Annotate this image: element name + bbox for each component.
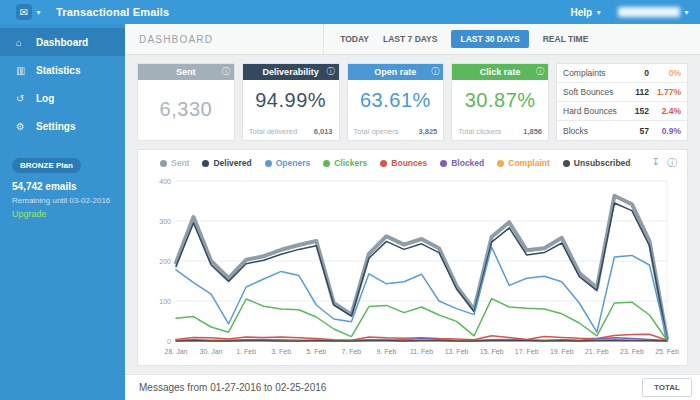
svg-text:3. Feb: 3. Feb bbox=[271, 348, 291, 355]
app-window: ✉ ▼ Transactional Emails Help ▼ ▼ ⌂Dashb… bbox=[0, 0, 700, 400]
legend-item-unsubscribed[interactable]: Unsubscribed bbox=[563, 158, 631, 168]
legend-label: Sent bbox=[171, 158, 189, 168]
legend-label: Delivered bbox=[213, 158, 251, 168]
info-icon[interactable]: ⓘ bbox=[327, 66, 335, 77]
svg-text:15. Feb: 15. Feb bbox=[480, 348, 504, 355]
stat-card-click-rate: Click rateⓘ30.87%Total clickers1,856 bbox=[451, 63, 549, 141]
bounce-row-soft-bounces[interactable]: Soft Bounces1121.77% bbox=[557, 83, 687, 102]
bounce-row-label: Hard Bounces bbox=[563, 106, 623, 116]
bounce-row-count: 112 bbox=[623, 87, 649, 97]
bounce-row-label: Complaints bbox=[563, 68, 623, 78]
stat-card-footer-value: 6,013 bbox=[314, 127, 333, 136]
help-label: Help bbox=[570, 7, 592, 18]
bounce-row-label: Soft Bounces bbox=[563, 87, 623, 97]
chart-legend: SentDeliveredOpenersClickersBouncesBlock… bbox=[146, 155, 679, 171]
legend-item-blocked[interactable]: Blocked bbox=[440, 158, 484, 168]
statistics-icon: ▥ bbox=[16, 65, 36, 76]
log-icon: ↺ bbox=[16, 93, 36, 104]
sidebar-item-dashboard[interactable]: ⌂Dashboard bbox=[0, 28, 125, 56]
svg-text:28. Jan: 28. Jan bbox=[165, 348, 188, 355]
stat-card-footer-value: 3,825 bbox=[418, 127, 437, 136]
svg-text:17. Feb: 17. Feb bbox=[515, 348, 539, 355]
stat-card-label: Deliverability bbox=[263, 67, 319, 77]
chart-panel: SentDeliveredOpenersClickersBouncesBlock… bbox=[137, 149, 688, 366]
bounce-row-count: 57 bbox=[623, 126, 649, 136]
legend-item-delivered[interactable]: Delivered bbox=[202, 158, 251, 168]
info-icon[interactable]: ⓘ bbox=[222, 66, 230, 77]
legend-item-bounces[interactable]: Bounces bbox=[380, 158, 427, 168]
legend-label: Complaint bbox=[508, 158, 550, 168]
svg-text:300: 300 bbox=[159, 218, 171, 225]
stat-card-label: Click rate bbox=[480, 67, 521, 77]
stat-card-footer-label: Total openers bbox=[354, 127, 399, 136]
legend-label: Unsubscribed bbox=[574, 158, 631, 168]
stat-card-value: 63.61% bbox=[348, 89, 444, 112]
stat-card-sent: Sentⓘ6,330 bbox=[137, 63, 235, 141]
legend-item-complaint[interactable]: Complaint bbox=[497, 158, 550, 168]
sidebar-item-label: Log bbox=[36, 93, 54, 104]
chevron-down-icon: ▼ bbox=[683, 9, 690, 16]
svg-text:1. Feb: 1. Feb bbox=[236, 348, 256, 355]
legend-item-sent[interactable]: Sent bbox=[160, 158, 189, 168]
stat-card-label: Sent bbox=[176, 67, 196, 77]
stat-cards-row: Sentⓘ6,330Deliverabilityⓘ94.99%Total del… bbox=[137, 63, 688, 141]
info-icon[interactable]: ⓘ bbox=[667, 156, 677, 170]
sidebar-item-log[interactable]: ↺Log bbox=[0, 84, 125, 112]
legend-label: Clickers bbox=[334, 158, 367, 168]
bounces-panel: Complaints00%Soft Bounces1121.77%Hard Bo… bbox=[556, 63, 688, 141]
upgrade-link[interactable]: Upgrade bbox=[12, 209, 113, 219]
sidebar-item-settings[interactable]: ⚙Settings bbox=[0, 112, 125, 140]
stat-card-header: Open rateⓘ bbox=[348, 64, 444, 80]
legend-item-clickers[interactable]: Clickers bbox=[323, 158, 367, 168]
sidebar-item-label: Statistics bbox=[36, 65, 80, 76]
info-icon[interactable]: ⓘ bbox=[431, 66, 439, 77]
tab-last-30-days[interactable]: LAST 30 DAYS bbox=[451, 30, 528, 48]
legend-label: Bounces bbox=[391, 158, 427, 168]
svg-text:7. Feb: 7. Feb bbox=[341, 348, 361, 355]
stat-card-label: Open rate bbox=[374, 67, 416, 77]
messages-range-label: Messages from 01-27-2016 to 02-25-2016 bbox=[139, 382, 326, 393]
stat-card-deliverability: Deliverabilityⓘ94.99%Total delivered6,01… bbox=[242, 63, 340, 141]
bounce-row-label: Blocks bbox=[563, 126, 623, 136]
tab-today[interactable]: TODAY bbox=[340, 34, 369, 44]
legend-dot bbox=[380, 160, 387, 167]
legend-label: Blocked bbox=[451, 158, 484, 168]
user-name-redacted bbox=[618, 7, 680, 17]
stat-card-footer: Total openers3,825 bbox=[354, 127, 438, 136]
svg-text:21. Feb: 21. Feb bbox=[585, 348, 609, 355]
stat-card-footer-label: Total delivered bbox=[249, 127, 297, 136]
svg-text:5. Feb: 5. Feb bbox=[306, 348, 326, 355]
svg-text:30. Jan: 30. Jan bbox=[200, 348, 223, 355]
total-button[interactable]: TOTAL bbox=[642, 378, 692, 397]
bounce-row-hard-bounces[interactable]: Hard Bounces1522.4% bbox=[557, 102, 687, 121]
bounce-row-percent: 0.9% bbox=[649, 126, 681, 136]
bounce-row-count: 152 bbox=[623, 106, 649, 116]
stat-card-value: 6,330 bbox=[138, 98, 234, 121]
legend-dot bbox=[265, 160, 272, 167]
svg-text:400: 400 bbox=[159, 178, 171, 185]
sidebar-nav: ⌂Dashboard▥Statistics↺Log⚙Settings bbox=[0, 24, 125, 140]
svg-text:0: 0 bbox=[167, 338, 171, 345]
svg-text:11. Feb: 11. Feb bbox=[410, 348, 433, 355]
tab-real-time[interactable]: REAL TIME bbox=[543, 34, 589, 44]
bounce-row-blocks[interactable]: Blocks570.9% bbox=[557, 121, 687, 140]
tab-last-7-days[interactable]: LAST 7 DAYS bbox=[383, 34, 437, 44]
user-menu[interactable]: ▼ bbox=[618, 7, 690, 17]
stat-card-header: Sentⓘ bbox=[138, 64, 234, 80]
sidebar-item-statistics[interactable]: ▥Statistics bbox=[0, 56, 125, 84]
svg-text:25. Feb: 25. Feb bbox=[655, 348, 679, 355]
subheader: DASHBOARD TODAYLAST 7 DAYSLAST 30 DAYSRE… bbox=[125, 24, 700, 55]
legend-item-openers[interactable]: Openers bbox=[265, 158, 311, 168]
svg-text:13. Feb: 13. Feb bbox=[445, 348, 469, 355]
line-chart: 010020030040028. Jan30. Jan1. Feb3. Feb5… bbox=[146, 171, 681, 359]
bounce-row-complaints[interactable]: Complaints00% bbox=[557, 64, 687, 83]
dashboard-icon: ⌂ bbox=[16, 37, 36, 48]
messages-footer: Messages from 01-27-2016 to 02-25-2016 T… bbox=[125, 374, 700, 400]
chevron-down-icon[interactable]: ▼ bbox=[35, 9, 42, 16]
help-menu[interactable]: Help ▼ bbox=[570, 7, 602, 18]
stat-card-open-rate: Open rateⓘ63.61%Total openers3,825 bbox=[347, 63, 445, 141]
info-icon[interactable]: ⓘ bbox=[536, 66, 544, 77]
main-area: DASHBOARD TODAYLAST 7 DAYSLAST 30 DAYSRE… bbox=[125, 24, 700, 400]
app-logo-icon[interactable]: ✉ bbox=[16, 4, 32, 20]
download-icon[interactable]: ↧ bbox=[652, 156, 660, 170]
